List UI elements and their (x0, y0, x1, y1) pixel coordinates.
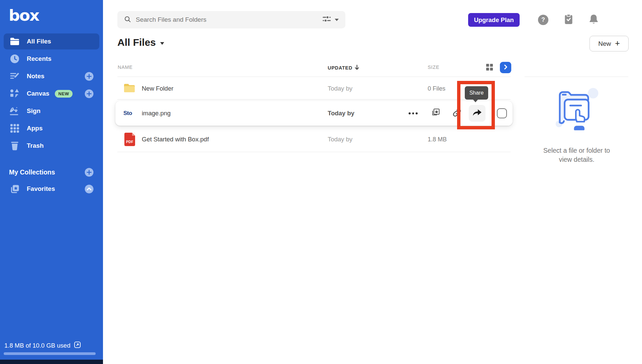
divider (117, 152, 511, 152)
add-collection-icon[interactable] (85, 168, 94, 177)
details-line-1: Select a file or folder to (525, 146, 629, 155)
sidebar-item-label: All Files (27, 38, 51, 45)
sidebar-item-apps[interactable]: Apps (4, 120, 99, 136)
search-input[interactable] (136, 16, 323, 23)
notifications-bell-icon[interactable] (589, 14, 599, 26)
file-size: 0 Files (428, 85, 445, 92)
sidebar: box All Files Recents Notes (0, 0, 103, 364)
table-row-new-folder[interactable]: New Folder Today by 0 Files (117, 78, 511, 100)
add-canvas-icon[interactable] (85, 89, 94, 98)
chevron-down-icon (160, 42, 164, 45)
sidebar-bottom-strip (0, 360, 103, 364)
sidebar-item-label: Sign (27, 107, 40, 115)
sidebar-item-notes[interactable]: Notes (4, 68, 99, 84)
sidebar-item-label: Apps (27, 125, 43, 132)
share-tooltip: Share (465, 86, 488, 100)
chevron-down-icon (335, 19, 339, 21)
file-name[interactable]: Get Started with Box.pdf (142, 136, 209, 143)
my-collections-label: My Collections (9, 168, 55, 176)
notes-icon (9, 71, 20, 82)
favorites-label: Favorites (27, 185, 55, 193)
external-link-icon[interactable] (74, 341, 81, 350)
my-collections-header[interactable]: My Collections (9, 167, 94, 177)
divider (117, 77, 511, 77)
signature-icon (9, 106, 20, 116)
sidebar-item-label: Trash (27, 142, 44, 149)
shared-link-icon[interactable] (452, 108, 462, 119)
file-updated: Today by (328, 110, 354, 117)
sidebar-item-trash[interactable]: Trash (4, 138, 99, 154)
more-options-icon[interactable] (409, 112, 418, 114)
file-name[interactable]: image.png (142, 110, 171, 117)
add-to-collection-icon[interactable] (431, 108, 441, 119)
column-header-name[interactable]: NAME (118, 65, 133, 70)
details-placeholder-text: Select a file or folder to view details. (525, 146, 629, 164)
column-header-updated[interactable]: UPDATED (328, 65, 359, 71)
pdf-file-icon: PDF (124, 133, 135, 146)
sidebar-item-all-files[interactable]: All Files (4, 33, 99, 49)
chevron-right-icon (503, 65, 508, 71)
add-note-icon[interactable] (85, 72, 94, 81)
tasks-clipboard-icon[interactable] (564, 14, 573, 26)
collapse-favorites-icon[interactable] (85, 185, 94, 194)
search-bar (117, 11, 345, 28)
sidebar-item-label: Notes (27, 73, 44, 80)
row-select-checkbox[interactable] (497, 108, 507, 118)
new-button[interactable]: New + (590, 36, 629, 51)
new-badge: NEW (55, 90, 73, 98)
apps-grid-icon (9, 123, 20, 134)
upgrade-plan-button[interactable]: Upgrade Plan (468, 13, 520, 27)
sidebar-nav: All Files Recents Notes (4, 33, 99, 155)
file-name[interactable]: New Folder (142, 85, 174, 92)
file-updated: Today by (328, 136, 352, 143)
collapse-panel-button[interactable] (500, 62, 511, 73)
search-icon (124, 16, 131, 24)
sort-descending-icon (354, 65, 359, 71)
box-logo: box (9, 6, 39, 24)
share-arrow-icon (472, 108, 482, 118)
favorites-star-icon (9, 184, 20, 194)
share-button[interactable] (469, 105, 486, 122)
folder-icon (9, 36, 20, 47)
storage-progress-bar (4, 352, 96, 355)
page-title-text: All Files (117, 37, 156, 48)
plus-icon: + (615, 38, 620, 48)
sidebar-item-recents[interactable]: Recents (4, 51, 99, 67)
sidebar-item-label: Recents (27, 55, 51, 63)
clock-icon (9, 53, 20, 64)
sidebar-item-label: Canvas (27, 90, 49, 97)
sidebar-item-canvas[interactable]: Canvas NEW (4, 86, 99, 102)
search-filters-button[interactable] (323, 16, 339, 23)
box-app: box All Files Recents Notes (0, 0, 642, 364)
folder-icon (123, 83, 135, 94)
help-icon[interactable]: ? (538, 15, 548, 25)
details-line-2: view details. (525, 155, 629, 164)
new-button-label: New (598, 40, 611, 47)
file-updated: Today by (328, 85, 352, 92)
trash-icon (9, 140, 20, 151)
select-file-illustration (553, 84, 600, 136)
storage-usage: 1.8 MB of 10.0 GB used (4, 341, 81, 350)
filter-sliders-icon (323, 16, 332, 23)
image-thumbnail: Sto (123, 110, 132, 117)
table-row-pdf[interactable]: PDF Get Started with Box.pdf Today by 1.… (117, 128, 511, 151)
file-size: 1.8 MB (428, 136, 447, 143)
grid-view-icon[interactable] (485, 63, 494, 73)
sidebar-item-sign[interactable]: Sign (4, 103, 99, 119)
sidebar-item-favorites[interactable]: Favorites (4, 181, 99, 197)
page-title[interactable]: All Files (117, 37, 164, 48)
column-header-size[interactable]: SIZE (428, 65, 439, 70)
table-row-image-png[interactable]: Sto image.png Today by (115, 101, 513, 126)
canvas-icon (9, 88, 20, 99)
divider (525, 77, 628, 77)
storage-usage-text: 1.8 MB of 10.0 GB used (4, 342, 70, 349)
